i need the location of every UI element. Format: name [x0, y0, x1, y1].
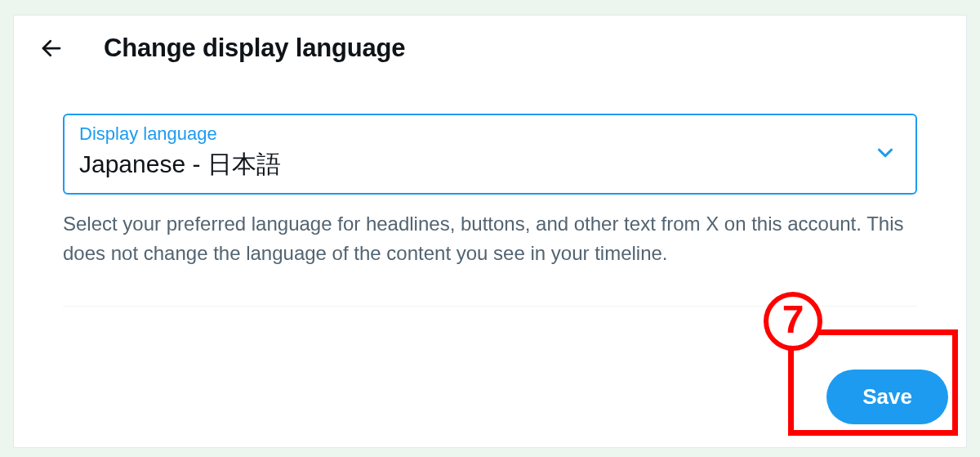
select-label: Display language: [79, 123, 901, 145]
chevron-down-icon: [873, 141, 898, 168]
select-value: Japanese - 日本語: [79, 148, 901, 181]
help-text: Select your preferred language for headl…: [63, 209, 917, 268]
footer: Save: [826, 370, 948, 424]
content-area: Display language Japanese - 日本語 Select y…: [14, 81, 966, 307]
back-button[interactable]: [38, 35, 65, 61]
page-title: Change display language: [104, 34, 405, 63]
display-language-select[interactable]: Display language Japanese - 日本語: [63, 114, 917, 195]
settings-card: Change display language Display language…: [13, 15, 967, 448]
page-header: Change display language: [14, 16, 966, 81]
divider: [63, 306, 917, 307]
save-button[interactable]: Save: [826, 370, 948, 424]
arrow-left-icon: [39, 36, 64, 60]
